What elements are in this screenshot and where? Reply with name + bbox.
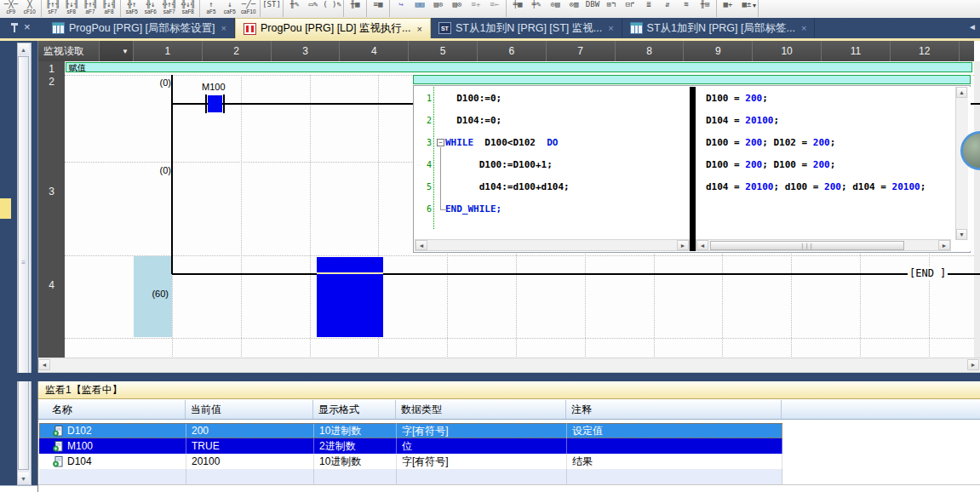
- toolbar-icon-9-1[interactable]: ╪✎: [527, 0, 546, 17]
- row-separator: [65, 338, 974, 339]
- dock-scroll-down-icon[interactable]: ▼: [18, 472, 29, 484]
- tab-scroll-left-icon[interactable]: ◄: [968, 22, 977, 31]
- monitor-mode-combo[interactable]: ▼: [100, 41, 134, 61]
- toolbar-icon-aF8[interactable]: ╟↓╣aF8: [100, 0, 118, 17]
- st-code-text: d104:=d100+d104;: [445, 181, 570, 192]
- toolbar-icon-9-6[interactable]: ⊟↱: [621, 0, 639, 17]
- st-line-6[interactable]: 6END_WHILE;: [415, 197, 690, 220]
- st-hscrollbar[interactable]: ◄ ►: [415, 239, 690, 251]
- toolbar-icon-sF7[interactable]: ╟↑╢sF7: [43, 0, 62, 17]
- toolbar-icon-5-1[interactable]: ▭✎: [304, 0, 323, 17]
- toolbar-icon-9-3[interactable]: ⊙▥: [565, 0, 583, 17]
- toolbar-icon-8-5[interactable]: ≡←: [485, 0, 504, 17]
- tab-1[interactable]: ProgPou [PRG] [局部标签设置]×: [44, 18, 235, 38]
- tab-2[interactable]: ProgPou [PRG] [LD] 监视执行...×: [235, 18, 431, 38]
- toolbar-icon-saF7[interactable]: ╬↑╣saF7: [160, 0, 179, 17]
- toolbar-icon-9-9[interactable]: ≋: [677, 0, 696, 17]
- tab-close-icon[interactable]: ×: [801, 23, 806, 33]
- st-code-editor[interactable]: 1 D100:=0;2 D104:=0;3WHILE D100<D102 DO4…: [415, 87, 690, 251]
- toolbar-icon-aF7[interactable]: ╟↑╣aF7: [81, 0, 100, 17]
- monitor-scroll-right-icon[interactable]: ►: [938, 240, 950, 250]
- monitor-scroll-left-icon[interactable]: ◄: [696, 240, 708, 250]
- toolbar-icon-8-4[interactable]: ≡+: [467, 0, 485, 17]
- ladder-scroll-right-icon[interactable]: ►: [967, 359, 979, 370]
- toolbar-icon-9-8[interactable]: ⇵: [658, 0, 677, 17]
- panel-close-icon[interactable]: ×: [24, 20, 31, 34]
- toolbar-icon-8-1[interactable]: ▤▤: [410, 0, 429, 17]
- dock-scroll-up-icon[interactable]: ▲: [18, 43, 29, 55]
- cell-type: 字[有符号]: [397, 423, 567, 438]
- toolbar-icon-8-2[interactable]: ▤⊙: [429, 0, 448, 17]
- dock-scrollbar[interactable]: ▲ ≡ ▼: [17, 43, 32, 485]
- tab-label: ST从1加到N [PRG] [局部标签...: [647, 21, 795, 36]
- toolbar-icon-5-0[interactable]: ╫✎: [285, 0, 304, 17]
- watch-row-M100[interactable]: M100TRUE2进制数位: [39, 438, 782, 454]
- tab-close-icon[interactable]: ×: [416, 24, 421, 34]
- ladder-scroll-left-icon[interactable]: ◄: [38, 359, 50, 370]
- st-line-1[interactable]: 1 D100:=0;: [415, 87, 690, 109]
- rung-comment[interactable]: 赋值: [66, 62, 972, 72]
- gx-works-window: ─╳─cF9╳cF10╟↑╢sF7╟↓╢sF8╟↑╣aF7╟↓╣aF8╬↑saF…: [0, 0, 980, 492]
- toolbar-icon-5-2[interactable]: ( )✎: [323, 0, 341, 17]
- toolbar-icon-8-3[interactable]: ▤⊙: [448, 0, 467, 17]
- toolbar-icon-saF5[interactable]: ╬↑saF5: [123, 0, 141, 17]
- tab-close-icon[interactable]: ×: [221, 23, 226, 33]
- toolbar-icon-caF10[interactable]: ─╱─caF10: [239, 0, 258, 17]
- dock-scroll-thumb[interactable]: ≡: [18, 56, 29, 470]
- toolbar-icon-9-2[interactable]: ⊙▤: [546, 0, 565, 17]
- st-file-icon: ST: [438, 22, 451, 34]
- st-line-2[interactable]: 2 D104:=0;: [415, 109, 690, 131]
- toolbar-icon-8-0[interactable]: ↪: [392, 0, 410, 17]
- st-line-5[interactable]: 5 d104:=d100+d104;: [415, 175, 690, 197]
- watch-row-empty[interactable]: [39, 469, 782, 484]
- fold-collapse-icon[interactable]: −: [437, 139, 444, 146]
- end-instruction[interactable]: [END ]: [908, 266, 948, 280]
- toolbar-icon-9-5[interactable]: ⊞↰: [602, 0, 621, 17]
- st-line-4[interactable]: 4 D100:=D100+1;: [415, 153, 690, 175]
- toolbar-icon-9-0[interactable]: ╪▦: [508, 0, 527, 17]
- toolbar-icon-10-0[interactable]: ▦+: [719, 0, 737, 17]
- pane-divider[interactable]: [690, 87, 696, 251]
- toolbar-icon-7-0[interactable]: ≡▦: [369, 0, 387, 17]
- pin-icon[interactable]: [10, 23, 19, 33]
- dock-tab-highlight[interactable]: [0, 198, 11, 219]
- st-box-statement-bar[interactable]: [413, 75, 971, 84]
- tab-4[interactable]: ST从1加到N [PRG] [局部标签...×: [622, 18, 816, 38]
- toolbar-icon-9-10[interactable]: ╫⊞: [696, 0, 714, 17]
- toolbar-icon-caF5[interactable]: ↓caF5: [221, 0, 239, 17]
- toolbar-icon-saF8[interactable]: ╬↓╣saF8: [179, 0, 198, 17]
- toolbar-overflow-icon[interactable]: ▾: [753, 2, 756, 9]
- st-scroll-right-icon[interactable]: ►: [677, 240, 689, 250]
- ladder-hscrollbar[interactable]: ◄ ►: [38, 358, 980, 373]
- monitor-scroll-up-icon[interactable]: ▲: [956, 87, 967, 98]
- monitor-scroll-thumb[interactable]: |||: [710, 241, 904, 250]
- st-line-3[interactable]: 3WHILE D100<D102 DO: [415, 131, 690, 153]
- selected-st-box[interactable]: [317, 257, 383, 337]
- st-code-text: D100:=D100+1;: [445, 159, 553, 170]
- tab-3[interactable]: STST从1加到N [PRG] [ST] 监视...×: [431, 18, 622, 38]
- toolbar-icon-cF10[interactable]: ╳cF10: [20, 0, 39, 17]
- watch-column-header: 名称当前值显示格式数据类型注释: [38, 400, 980, 420]
- st-scroll-left-icon[interactable]: ◄: [415, 240, 427, 250]
- contact-left-bar: [205, 94, 207, 113]
- toolbar-icon-9-7[interactable]: ≣: [639, 0, 658, 17]
- toolbar-icon-9-4[interactable]: DBW: [583, 0, 602, 17]
- toolbar-icon-4-0[interactable]: [ST]: [262, 0, 281, 17]
- toolbar-icon-saF6[interactable]: ╬↓saF6: [141, 0, 160, 17]
- energized-wire: [317, 272, 383, 274]
- tab-close-icon[interactable]: ×: [608, 23, 613, 33]
- watch-row-D104[interactable]: D1042010010进制数字[有符号]结果: [39, 454, 782, 469]
- cell-empty: [567, 469, 782, 484]
- monitor-scroll-down-icon[interactable]: ▼: [956, 229, 967, 240]
- watch-row-D102[interactable]: D10220010进制数字[有符号]设定值: [39, 423, 782, 438]
- cell-empty: [397, 469, 567, 484]
- cell-fmt: 10进制数: [314, 454, 397, 469]
- ladder-column-header: 监视读取 ▼ 123456789101112: [38, 41, 974, 61]
- cell-type: 字[有符号]: [397, 454, 567, 469]
- toolbar-icon-cF9[interactable]: ─╳─cF9: [2, 0, 20, 17]
- toolbar-icon-sF8[interactable]: ╟↓╢sF8: [62, 0, 81, 17]
- contact-m100-on[interactable]: [208, 95, 222, 112]
- monitor-hscrollbar[interactable]: ◄ ||| ►: [696, 239, 951, 251]
- toolbar-icon-6-0[interactable]: ╫▦: [346, 0, 364, 17]
- toolbar-icon-aF5[interactable]: ↑aF5: [202, 0, 221, 17]
